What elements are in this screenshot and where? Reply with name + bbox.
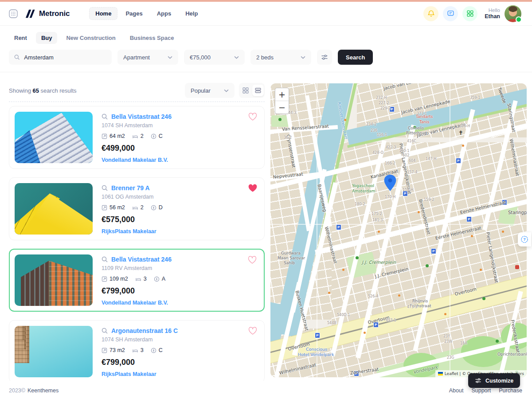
tab-rent[interactable]: Rent <box>9 32 32 44</box>
property-card[interactable]: Argonautenstraat 16 C 1074 SH Amsterdam … <box>9 320 265 381</box>
feature-area: 73 m2 <box>102 347 125 353</box>
favorite-button[interactable] <box>248 256 257 266</box>
property-card[interactable]: Brenner 79 A 1061 OG Amsterdam 56 m2 2 <box>9 177 265 240</box>
property-image <box>15 254 93 306</box>
grid-view-button[interactable] <box>240 85 251 96</box>
feature-bedrooms: 2 <box>132 204 144 211</box>
tree-icon <box>496 340 499 343</box>
tab-business-space[interactable]: Business Space <box>125 32 180 44</box>
customize-button[interactable]: Customize <box>468 373 520 388</box>
favorite-button[interactable] <box>248 113 257 123</box>
property-title-link[interactable]: Bella Vistastraat 246 <box>111 256 172 263</box>
map-housenumber: 156-1 <box>377 133 387 137</box>
listing-type-tabs: RentBuyNew ConstructionBusiness Space <box>9 32 523 44</box>
bell-icon <box>427 10 435 17</box>
nav-item-home[interactable]: Home <box>89 7 117 20</box>
brand-logo[interactable]: Metronic <box>25 9 70 19</box>
chevron-down-icon <box>234 56 239 59</box>
property-title-link[interactable]: Brenner 79 A <box>111 184 150 192</box>
property-agent-link[interactable]: RijksPlaats Makelaar <box>102 371 178 377</box>
filter-select-2[interactable]: 2 beds <box>250 50 311 65</box>
property-image <box>15 112 93 163</box>
chevron-down-icon <box>301 56 305 59</box>
map-label: Conscious <box>306 347 327 352</box>
app-launcher-icon[interactable] <box>7 8 20 20</box>
map-housenumber: 159-2 <box>424 198 434 202</box>
poi-dot-icon <box>462 145 464 147</box>
feature-area: 109 m2 <box>102 276 128 282</box>
apps-grid-icon <box>466 10 474 17</box>
help-drawer-button[interactable]: ? <box>518 232 531 246</box>
map-label: Amsterdam <box>352 189 375 193</box>
property-agent-link[interactable]: Vondelland Makelaar B.V. <box>102 157 172 163</box>
property-image <box>15 326 93 377</box>
footer-link-support[interactable]: Support <box>471 387 491 394</box>
energy-icon <box>151 348 156 353</box>
location-search-field[interactable] <box>9 50 112 65</box>
poi-dot-icon <box>418 211 420 213</box>
copyright-year: 2023© <box>9 387 25 394</box>
property-agent-link[interactable]: Vondelland Makelaar B.V. <box>102 300 172 306</box>
map-housenumber: 540D-1 <box>337 313 350 317</box>
filter-select-0[interactable]: Apartment <box>117 50 178 65</box>
poi-dot-icon <box>502 231 504 233</box>
footer-link-purchase[interactable]: Purchase <box>499 387 522 394</box>
sort-select[interactable]: Popular <box>185 83 235 98</box>
map-label: Staringplein <box>508 210 527 215</box>
map-housenumber: 180-2 <box>355 202 365 206</box>
map-panel[interactable]: Jacob van LennepkadeJacob van Lennepkade… <box>270 83 527 377</box>
poi-dot-icon <box>378 231 380 233</box>
bed-icon <box>132 133 138 139</box>
notifications-button[interactable] <box>423 6 438 21</box>
nav-item-apps[interactable]: Apps <box>151 7 178 20</box>
feature-bedrooms: 3 <box>135 276 147 282</box>
poi-dot-icon <box>471 235 473 237</box>
property-price: €499,000 <box>102 144 172 153</box>
tree-icon <box>278 118 282 121</box>
property-price: €799,000 <box>102 358 178 367</box>
map-gridline <box>270 224 527 225</box>
view-toggle <box>239 83 265 98</box>
map-housenumber: 602 <box>403 153 409 157</box>
tab-buy[interactable]: Buy <box>36 32 58 44</box>
results-panel: Showing 65 search results Popular <box>9 83 265 381</box>
messages-button[interactable] <box>443 6 458 21</box>
map-location-pin[interactable] <box>383 175 397 193</box>
property-agent-link[interactable]: RijksPlaats Makelaar <box>102 228 163 235</box>
metronic-logo-icon <box>25 9 35 19</box>
user-avatar[interactable] <box>505 5 521 22</box>
map-housenumber: 416C <box>407 139 416 143</box>
list-view-button[interactable] <box>252 85 264 96</box>
feature-energy-label: C <box>151 133 163 139</box>
map-label: Maan Sarovar <box>278 256 305 260</box>
property-address: 1074 SH Amsterdam <box>102 122 172 129</box>
feature-area: 56 m2 <box>102 204 125 211</box>
map-housenumber: 147-H <box>426 157 436 161</box>
zoom-in-button[interactable]: + <box>275 88 289 101</box>
property-title-link[interactable]: Argonautenstraat 16 C <box>111 327 178 334</box>
filter-settings-button[interactable] <box>317 50 332 65</box>
apps-button[interactable] <box>462 6 477 21</box>
map-housenumber: 23G <box>447 356 454 360</box>
favorite-button[interactable] <box>248 327 257 337</box>
property-title-link[interactable]: Bella Vistastraat 246 <box>111 113 172 120</box>
copyright-brand[interactable]: Keenthemes <box>27 387 59 394</box>
zoom-out-button[interactable]: − <box>275 101 289 113</box>
property-card[interactable]: Bella Vistastraat 246 1109 RV Amsterdam … <box>9 249 265 312</box>
search-icon <box>102 256 108 262</box>
nav-item-pages[interactable]: Pages <box>119 7 149 20</box>
property-card[interactable]: Bella Vistastraat 246 1074 SH Amsterdam … <box>9 106 265 169</box>
list-view-icon <box>255 87 261 94</box>
favorite-button[interactable] <box>248 184 257 194</box>
search-button[interactable]: Search <box>338 50 373 65</box>
search-input[interactable] <box>23 54 106 61</box>
map-housenumber: 544B <box>327 321 336 325</box>
nav-item-help[interactable]: Help <box>179 7 204 20</box>
map-housenumber: 18A <box>460 341 467 345</box>
tab-new-construction[interactable]: New Construction <box>61 32 121 44</box>
footer-link-about[interactable]: About <box>449 387 464 394</box>
map-housenumber: 428-O <box>372 151 383 155</box>
filter-select-1[interactable]: €75,000 <box>184 50 245 65</box>
property-price: €575,000 <box>102 215 163 224</box>
map-label: Cornelis <box>408 126 424 130</box>
